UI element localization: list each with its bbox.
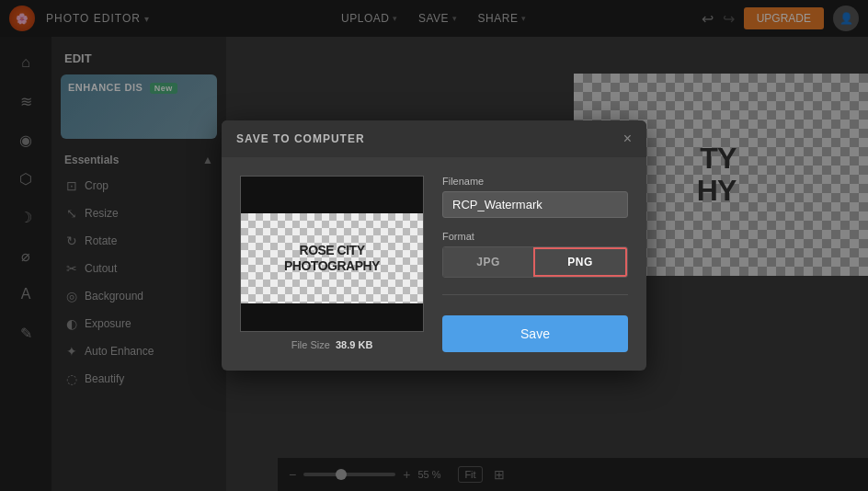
format-label: Format [442,231,628,242]
format-png-button[interactable]: PNG [533,247,627,277]
format-jpg-button[interactable]: JPG [443,247,533,277]
preview-middle: ROSE CITY PHOTOGRAPHY [275,213,389,303]
modal-close-button[interactable]: × [623,131,632,146]
preview-container: ROSE CITY PHOTOGRAPHY File Size 38.9 KB [240,176,424,352]
filename-label: Filename [442,176,628,187]
modal-divider [442,294,628,295]
modal-preview: ROSE CITY PHOTOGRAPHY [240,176,424,332]
modal-title: SAVE TO COMPUTER [236,132,365,145]
filename-input[interactable] [442,191,628,218]
save-to-computer-modal: SAVE TO COMPUTER × ROSE CITY PHOTOGRAPHY [222,120,646,371]
modal-header: SAVE TO COMPUTER × [222,120,646,157]
file-size: File Size 38.9 KB [291,339,373,350]
preview-top-bar [241,177,423,213]
modal-form: Filename Format JPG PNG Save [442,176,628,352]
format-group: JPG PNG [442,246,628,278]
preview-watermark: ROSE CITY PHOTOGRAPHY [284,243,380,274]
modal-overlay: SAVE TO COMPUTER × ROSE CITY PHOTOGRAPHY [0,0,868,491]
save-button[interactable]: Save [442,315,628,352]
filename-field: Filename [442,176,628,218]
preview-bottom-bar [241,303,423,331]
modal-body: ROSE CITY PHOTOGRAPHY File Size 38.9 KB … [222,157,646,371]
format-field: Format JPG PNG [442,231,628,278]
